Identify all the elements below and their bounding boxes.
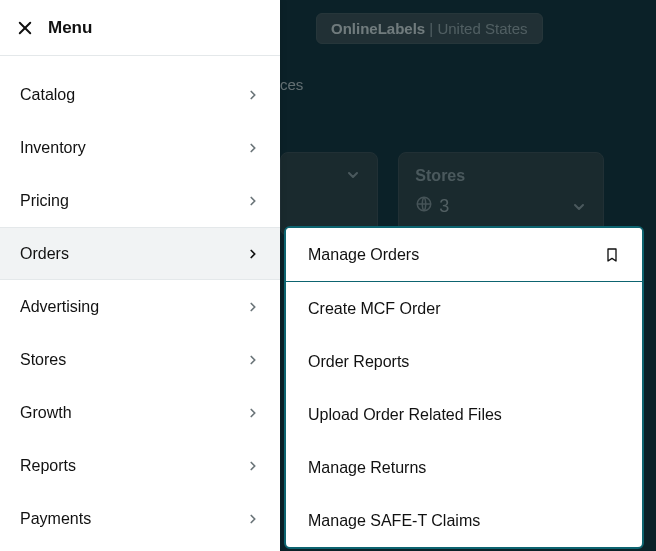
sidebar-item-label: Catalog: [20, 86, 75, 104]
submenu-item-upload-order-related-files[interactable]: Upload Order Related Files: [286, 388, 642, 441]
submenu-item-manage-returns[interactable]: Manage Returns: [286, 441, 642, 494]
main-menu-sidebar: Menu Catalog Inventory Pricing Orders Ad…: [0, 0, 280, 551]
menu-title: Menu: [48, 18, 92, 38]
nav-list: Catalog Inventory Pricing Orders Adverti…: [0, 56, 280, 545]
chevron-right-icon: [246, 300, 260, 314]
orders-submenu: Manage Orders Create MCF Order Order Rep…: [284, 226, 644, 549]
chevron-right-icon: [246, 406, 260, 420]
chevron-right-icon: [246, 141, 260, 155]
submenu-item-label: Manage Returns: [308, 459, 426, 477]
sidebar-item-orders[interactable]: Orders: [0, 227, 280, 280]
sidebar-item-stores[interactable]: Stores: [0, 333, 280, 386]
submenu-item-label: Manage Orders: [308, 246, 419, 264]
submenu-item-order-reports[interactable]: Order Reports: [286, 335, 642, 388]
sidebar-item-label: Growth: [20, 404, 72, 422]
submenu-item-manage-safe-t-claims[interactable]: Manage SAFE-T Claims: [286, 494, 642, 547]
sidebar-item-label: Pricing: [20, 192, 69, 210]
submenu-item-label: Upload Order Related Files: [308, 406, 502, 424]
sidebar-item-inventory[interactable]: Inventory: [0, 121, 280, 174]
submenu-item-manage-orders[interactable]: Manage Orders: [286, 228, 642, 281]
submenu-item-label: Manage SAFE-T Claims: [308, 512, 480, 530]
bookmark-icon[interactable]: [604, 247, 620, 263]
sidebar-item-label: Stores: [20, 351, 66, 369]
submenu-item-create-mcf-order[interactable]: Create MCF Order: [286, 282, 642, 335]
chevron-right-icon: [246, 88, 260, 102]
chevron-right-icon: [246, 459, 260, 473]
sidebar-item-label: Reports: [20, 457, 76, 475]
sidebar-item-payments[interactable]: Payments: [0, 492, 280, 545]
chevron-right-icon: [246, 194, 260, 208]
submenu-item-label: Create MCF Order: [308, 300, 440, 318]
chevron-right-icon: [246, 512, 260, 526]
sidebar-item-label: Inventory: [20, 139, 86, 157]
close-icon[interactable]: [16, 19, 34, 37]
sidebar-item-catalog[interactable]: Catalog: [0, 68, 280, 121]
chevron-right-icon: [246, 353, 260, 367]
sidebar-item-label: Advertising: [20, 298, 99, 316]
sidebar-item-label: Payments: [20, 510, 91, 528]
sidebar-item-label: Orders: [20, 245, 69, 263]
sidebar-header: Menu: [0, 0, 280, 56]
chevron-right-icon: [246, 247, 260, 261]
submenu-item-label: Order Reports: [308, 353, 409, 371]
sidebar-item-advertising[interactable]: Advertising: [0, 280, 280, 333]
sidebar-item-reports[interactable]: Reports: [0, 439, 280, 492]
sidebar-item-growth[interactable]: Growth: [0, 386, 280, 439]
sidebar-item-pricing[interactable]: Pricing: [0, 174, 280, 227]
